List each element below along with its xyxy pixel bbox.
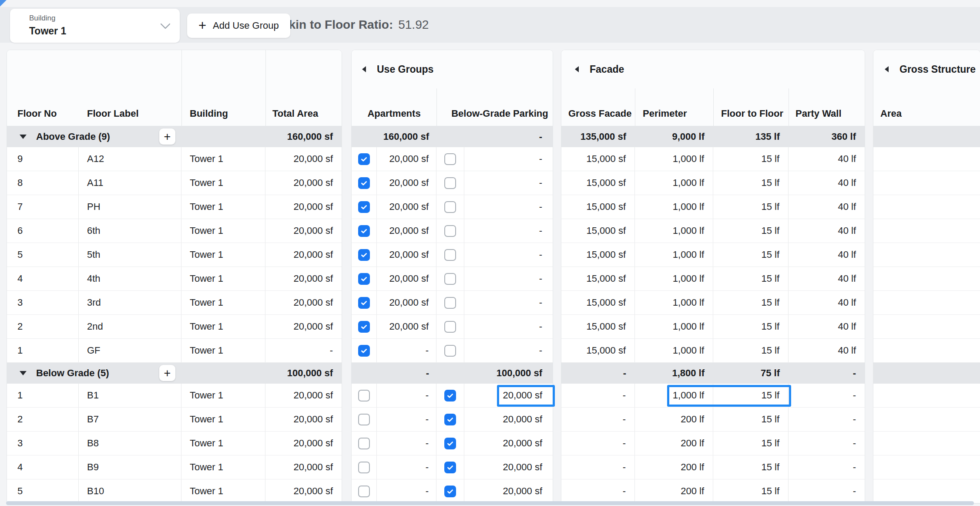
unchecked-checkbox[interactable]: [358, 486, 370, 497]
checked-checkbox[interactable]: [444, 414, 456, 425]
cell-total-area[interactable]: 20,000 sf: [265, 432, 342, 455]
cell-floor-label[interactable]: B10: [79, 479, 181, 503]
cell-building[interactable]: Tower 1: [181, 384, 265, 407]
cell-floor-to-floor[interactable]: 15 lf: [713, 479, 789, 503]
cell-perimeter[interactable]: 200 lf: [635, 479, 713, 503]
cell-floor-label[interactable]: B7: [79, 408, 181, 431]
cell-floor-no[interactable]: 1: [7, 384, 79, 407]
building-selector[interactable]: Building Tower 1: [10, 9, 180, 43]
cell-below-grade-parking-value[interactable]: -: [464, 267, 553, 290]
cell-perimeter[interactable]: 1,000 lf: [635, 243, 713, 266]
cell-apartments-value[interactable]: -: [377, 432, 436, 455]
cell-floor-no[interactable]: 7: [7, 195, 79, 219]
checked-checkbox[interactable]: [444, 390, 456, 401]
horizontal-scrollbar[interactable]: [6, 501, 974, 505]
checked-checkbox[interactable]: [358, 225, 370, 237]
cell-apartments-value[interactable]: -: [377, 384, 436, 407]
cell-floor-to-floor[interactable]: 15 lf: [713, 455, 789, 479]
cell-floor-no[interactable]: 2: [7, 408, 79, 431]
unchecked-checkbox[interactable]: [358, 462, 370, 473]
cell-below-grade-parking-value[interactable]: -: [464, 339, 553, 362]
unchecked-checkbox[interactable]: [444, 225, 456, 237]
cell-perimeter[interactable]: 1,000 lf: [635, 195, 713, 219]
cell-below-grade-parking-value[interactable]: -: [464, 243, 553, 266]
unchecked-checkbox[interactable]: [444, 249, 456, 261]
cell-perimeter[interactable]: 1,000 lf: [635, 384, 713, 407]
cell-building[interactable]: Tower 1: [181, 195, 265, 219]
cell-party-wall[interactable]: 40 lf: [789, 171, 865, 195]
cell-floor-to-floor[interactable]: 15 lf: [713, 243, 789, 266]
cell-total-area[interactable]: 20,000 sf: [265, 243, 342, 266]
cell-floor-no[interactable]: 4: [7, 455, 79, 479]
cell-gross-facade[interactable]: 15,000 sf: [561, 291, 635, 314]
cell-gross-facade[interactable]: 15,000 sf: [561, 171, 635, 195]
unchecked-checkbox[interactable]: [358, 438, 370, 449]
checked-checkbox[interactable]: [358, 321, 370, 333]
cell-party-wall[interactable]: 40 lf: [789, 219, 865, 243]
cell-floor-no[interactable]: 9: [7, 147, 79, 171]
group-expand-icon[interactable]: [20, 135, 27, 139]
cell-building[interactable]: Tower 1: [181, 171, 265, 195]
cell-floor-to-floor[interactable]: 15 lf: [713, 147, 789, 171]
cell-floor-no[interactable]: 5: [7, 243, 79, 266]
cell-building[interactable]: Tower 1: [181, 408, 265, 431]
cell-party-wall[interactable]: 40 lf: [789, 267, 865, 290]
cell-total-area[interactable]: 20,000 sf: [265, 479, 342, 503]
checked-checkbox[interactable]: [444, 486, 456, 497]
cell-gross-facade[interactable]: -: [561, 455, 635, 479]
checked-checkbox[interactable]: [358, 153, 370, 165]
cell-apartments-value[interactable]: 20,000 sf: [377, 243, 436, 266]
cell-floor-label[interactable]: A11: [79, 171, 181, 195]
cell-building[interactable]: Tower 1: [181, 243, 265, 266]
cell-party-wall[interactable]: -: [789, 479, 865, 503]
cell-building[interactable]: Tower 1: [181, 147, 265, 171]
cell-gross-facade[interactable]: -: [561, 479, 635, 503]
cell-party-wall[interactable]: 40 lf: [789, 291, 865, 314]
collapse-facade-icon[interactable]: [575, 66, 579, 72]
cell-total-area[interactable]: 20,000 sf: [265, 408, 342, 431]
cell-gross-facade[interactable]: 15,000 sf: [561, 267, 635, 290]
cell-perimeter[interactable]: 1,000 lf: [635, 171, 713, 195]
cell-floor-label[interactable]: 6th: [79, 219, 181, 243]
cell-apartments-value[interactable]: 20,000 sf: [377, 267, 436, 290]
collapse-use-groups-icon[interactable]: [362, 66, 366, 72]
cell-floor-no[interactable]: 6: [7, 219, 79, 243]
cell-gross-facade[interactable]: 15,000 sf: [561, 339, 635, 362]
cell-below-grade-parking-value[interactable]: 20,000 sf: [464, 432, 553, 455]
cell-gross-facade[interactable]: 15,000 sf: [561, 195, 635, 219]
checked-checkbox[interactable]: [358, 201, 370, 213]
cell-below-grade-parking-value[interactable]: -: [464, 315, 553, 338]
checked-checkbox[interactable]: [358, 345, 370, 357]
cell-floor-label[interactable]: 2nd: [79, 315, 181, 338]
cell-apartments-value[interactable]: 20,000 sf: [377, 147, 436, 171]
cell-building[interactable]: Tower 1: [181, 267, 265, 290]
cell-floor-to-floor[interactable]: 15 lf: [713, 267, 789, 290]
cell-below-grade-parking-value[interactable]: 20,000 sf: [464, 455, 553, 479]
unchecked-checkbox[interactable]: [358, 390, 370, 401]
cell-party-wall[interactable]: -: [789, 408, 865, 431]
cell-total-area[interactable]: 20,000 sf: [265, 171, 342, 195]
unchecked-checkbox[interactable]: [444, 321, 456, 333]
unchecked-checkbox[interactable]: [444, 153, 456, 165]
cell-party-wall[interactable]: -: [789, 455, 865, 479]
cell-below-grade-parking-value[interactable]: -: [464, 219, 553, 243]
unchecked-checkbox[interactable]: [358, 414, 370, 425]
cell-apartments-value[interactable]: 20,000 sf: [377, 171, 436, 195]
cell-perimeter[interactable]: 200 lf: [635, 455, 713, 479]
cell-floor-to-floor[interactable]: 15 lf: [713, 315, 789, 338]
cell-gross-facade[interactable]: -: [561, 408, 635, 431]
add-use-group-button[interactable]: + Add Use Group: [187, 13, 290, 38]
cell-floor-label[interactable]: A12: [79, 147, 181, 171]
cell-floor-to-floor[interactable]: 15 lf: [713, 195, 789, 219]
cell-floor-to-floor[interactable]: 15 lf: [713, 384, 789, 407]
cell-below-grade-parking-value[interactable]: -: [464, 147, 553, 171]
cell-total-area[interactable]: 20,000 sf: [265, 267, 342, 290]
checked-checkbox[interactable]: [358, 249, 370, 261]
cell-floor-label[interactable]: PH: [79, 195, 181, 219]
checked-checkbox[interactable]: [358, 297, 370, 309]
cell-party-wall[interactable]: 40 lf: [789, 147, 865, 171]
cell-floor-no[interactable]: 3: [7, 291, 79, 314]
cell-apartments-value[interactable]: 20,000 sf: [377, 195, 436, 219]
checked-checkbox[interactable]: [444, 462, 456, 473]
cell-perimeter[interactable]: 1,000 lf: [635, 147, 713, 171]
